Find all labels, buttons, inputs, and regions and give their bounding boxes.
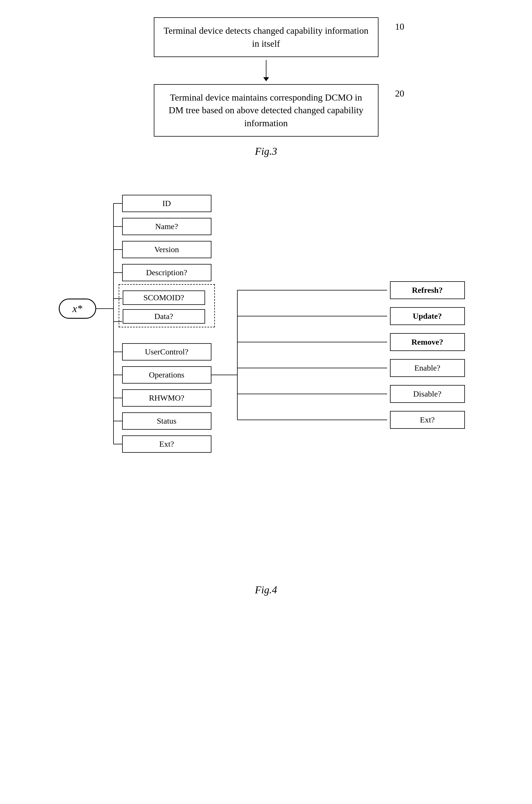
left-box-ext-label: Ext? [159, 440, 174, 449]
right-box-update-label: Update? [413, 312, 442, 321]
left-box-description: Description? [122, 264, 211, 281]
right-box-disable: Disable? [390, 385, 465, 403]
left-box-name: Name? [122, 218, 211, 235]
left-box-version-label: Version [154, 245, 179, 254]
left-box-id-label: ID [163, 199, 171, 208]
right-box-refresh-label: Refresh? [412, 285, 443, 295]
fig3-arrow [263, 60, 269, 81]
left-box-rhwmo-label: RHWMO? [149, 393, 184, 403]
fig3-label2: 20 [395, 88, 404, 99]
fig4-section: x* ID Name? Version Description? [36, 186, 497, 596]
left-box-description-label: Description? [146, 268, 187, 277]
fig3-caption: Fig.3 [255, 145, 277, 157]
page-container: Terminal device detects changed capabili… [0, 0, 532, 804]
left-box-rhwmo: RHWMO? [122, 389, 211, 407]
fig3-arrow-head [263, 77, 269, 81]
fig3-box1-text: Terminal device detects changed capabili… [164, 25, 368, 49]
fig3-box1: Terminal device detects changed capabili… [154, 17, 379, 57]
right-box-ext2: Ext? [390, 411, 465, 429]
fig4-diagram: x* ID Name? Version Description? [50, 186, 482, 575]
left-box-version: Version [122, 241, 211, 258]
fig3-box1-wrapper: Terminal device detects changed capabili… [154, 17, 379, 57]
right-box-enable-label: Enable? [414, 363, 440, 373]
fig3-arrow-line [266, 60, 266, 77]
fig4-lines-svg [50, 186, 482, 575]
left-box-id: ID [122, 195, 211, 212]
right-box-enable: Enable? [390, 359, 465, 377]
right-box-ext2-label: Ext? [420, 415, 435, 425]
xstar-label: x* [73, 303, 82, 315]
left-box-usercontrol-label: UserControl? [145, 347, 188, 356]
left-box-scomoid: SCOMOID? [123, 291, 205, 305]
left-box-status-label: Status [157, 416, 176, 426]
left-box-scomoid-label: SCOMOID? [144, 293, 184, 302]
fig3-box2: Terminal device maintains corresponding … [154, 84, 379, 136]
fig3-label1: 10 [395, 21, 404, 32]
right-box-remove-label: Remove? [411, 337, 443, 347]
right-box-update: Update? [390, 307, 465, 325]
node-xstar: x* [59, 299, 96, 319]
left-box-data-label: Data? [154, 312, 173, 321]
fig3-box2-wrapper: Terminal device maintains corresponding … [154, 84, 379, 136]
left-box-name-label: Name? [155, 222, 178, 231]
fig3-box2-text: Terminal device maintains corresponding … [169, 92, 363, 129]
fig4-caption: Fig.4 [255, 584, 277, 596]
left-box-operations: Operations [122, 366, 211, 384]
right-box-disable-label: Disable? [413, 389, 441, 398]
right-box-refresh: Refresh? [390, 281, 465, 299]
left-box-usercontrol: UserControl? [122, 343, 211, 360]
fig3-section: Terminal device detects changed capabili… [136, 17, 396, 157]
left-box-data: Data? [123, 309, 205, 324]
left-box-operations-label: Operations [149, 370, 184, 379]
dashed-group: SCOMOID? Data? [119, 284, 215, 328]
right-box-remove: Remove? [390, 333, 465, 351]
left-box-status: Status [122, 412, 211, 430]
left-box-ext: Ext? [122, 435, 211, 453]
